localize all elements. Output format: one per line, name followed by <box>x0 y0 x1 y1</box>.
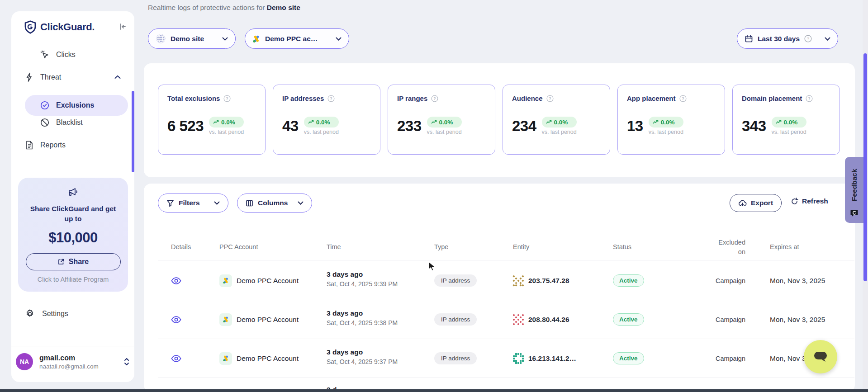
stat-delta: 0.0% <box>661 119 675 126</box>
chevron-up-icon[interactable] <box>114 75 121 79</box>
affiliate-promo-card[interactable]: Share ClickGuard and get up to $10,000 S… <box>18 178 128 292</box>
page-scrollbar-thumb[interactable] <box>863 53 867 281</box>
badge-check-icon <box>40 100 50 110</box>
time-absolute: Sat, Oct 4, 2025 9:39 PM <box>327 280 398 288</box>
view-details-eye-icon[interactable] <box>171 355 181 362</box>
col-details: Details <box>171 243 191 250</box>
stat-delta: 0.0% <box>784 119 798 126</box>
ppc-account-selector[interactable]: Demo PPC ac… <box>245 28 349 49</box>
svg-text:?: ? <box>226 96 228 101</box>
document-icon <box>25 140 34 150</box>
help-icon[interactable]: ? <box>806 95 813 102</box>
sidebar-item-label: Reports <box>40 141 66 149</box>
sidebar-item-settings[interactable]: Settings <box>25 309 68 319</box>
stat-value: 43 <box>282 118 299 135</box>
cursor-click-icon <box>40 50 50 60</box>
share-button[interactable]: Share <box>26 253 121 270</box>
trend-up-icon <box>308 120 314 124</box>
entity-value: 208.80.44.26 <box>528 316 569 324</box>
ppc-account-name: Demo PPC Account <box>237 316 299 324</box>
stat-caption: vs. last period <box>304 129 339 135</box>
help-icon[interactable]: ? <box>431 95 438 102</box>
stat-value: 13 <box>627 118 643 135</box>
ppc-account-selector-label: Demo PPC ac… <box>265 35 318 43</box>
user-name: gmail.com <box>39 354 123 362</box>
chevron-down-icon <box>222 37 228 41</box>
col-type: Type <box>434 243 448 250</box>
globe-icon <box>156 33 166 44</box>
cloud-download-icon <box>738 199 747 207</box>
trend-up-icon <box>776 120 782 124</box>
help-icon[interactable]: ? <box>546 95 554 102</box>
filters-button[interactable]: Filters <box>158 194 228 213</box>
refresh-icon <box>791 198 798 205</box>
view-details-eye-icon[interactable] <box>171 277 181 284</box>
sidebar-item-label: Clicks <box>56 51 76 59</box>
lightning-icon <box>25 72 34 82</box>
user-menu[interactable]: NA gmail.com naatali.ro@gmail.com <box>16 353 130 370</box>
site-selector-label: Demo site <box>171 35 204 43</box>
stat-app-placement: App placement? 13 0.0% vs. last period <box>617 85 725 155</box>
sidebar-item-clicks[interactable]: Clicks <box>40 50 76 60</box>
stat-caption: vs. last period <box>649 129 683 135</box>
sidebar-scrollbar[interactable] <box>132 91 134 172</box>
stat-label: Audience <box>512 94 543 102</box>
stat-label: IP addresses <box>282 94 324 102</box>
time-absolute: Sat, Oct 4, 2025 9:38 PM <box>327 319 398 326</box>
stat-domain-placement: Domain placement? 343 0.0% vs. last peri… <box>732 85 840 155</box>
ban-icon <box>40 118 50 128</box>
stat-delta: 0.0% <box>554 119 568 126</box>
status-badge: Active <box>613 352 644 364</box>
time-relative: 3 days ago <box>327 309 398 317</box>
subtitle-site: Demo site <box>267 4 300 11</box>
view-details-eye-icon[interactable] <box>171 316 181 323</box>
trend-up-icon <box>213 120 219 124</box>
stats-row: Total exclusions? 6 523 0.0% vs. last pe… <box>158 85 840 155</box>
share-button-label: Share <box>69 258 89 266</box>
feedback-tab[interactable]: Feedback <box>845 157 863 223</box>
sidebar-item-exclusions-content[interactable]: Exclusions <box>40 100 94 110</box>
excluded-on-value: Campaign <box>716 355 745 362</box>
svg-text:?: ? <box>434 96 436 101</box>
stat-delta: 0.0% <box>221 119 235 126</box>
col-account: PPC Account <box>219 243 258 250</box>
user-email: naatali.ro@gmail.com <box>39 363 123 370</box>
filters-label: Filters <box>179 199 200 207</box>
funnel-icon <box>166 199 174 207</box>
clickguard-dashboard: ClickGuard. Clicks Threat Exclusions Bla… <box>0 0 868 392</box>
user-texts: gmail.com naatali.ro@gmail.com <box>39 354 123 370</box>
promo-amount: $10,000 <box>18 230 128 246</box>
svg-text:?: ? <box>682 96 684 101</box>
col-entity: Entity <box>513 243 529 250</box>
sidebar-item-threat[interactable]: Threat <box>25 72 61 82</box>
date-range-selector[interactable]: Last 30 days ? <box>737 28 838 49</box>
table-row: Demo PPC Account 3 days agoSat, Oct 4, 2… <box>158 300 854 339</box>
chat-launcher-button[interactable] <box>804 340 837 373</box>
stat-caption: vs. last period <box>542 129 577 135</box>
sidebar-item-reports[interactable]: Reports <box>25 140 66 150</box>
sidebar-collapse-icon[interactable] <box>118 22 127 31</box>
columns-icon <box>246 199 253 207</box>
page-subtitle: Realtime logs of protective actions for … <box>148 4 300 12</box>
stat-label: IP ranges <box>397 94 427 102</box>
stat-audience: Audience? 234 0.0% vs. last period <box>503 85 610 155</box>
export-button[interactable]: Export <box>730 194 782 212</box>
entity-identicon <box>513 353 524 364</box>
sidebar-item-blacklist[interactable]: Blacklist <box>40 118 83 128</box>
help-icon[interactable]: ? <box>679 95 687 102</box>
stat-value: 6 523 <box>167 118 204 135</box>
time-relative: 3 days ago <box>327 348 398 356</box>
time-absolute: Sat, Oct 4, 2025 9:37 PM <box>327 358 398 365</box>
entity-value: 16.213.141.2… <box>528 354 576 363</box>
gear-icon <box>25 309 35 319</box>
columns-button[interactable]: Columns <box>237 194 312 213</box>
help-icon[interactable]: ? <box>327 95 335 102</box>
help-icon[interactable]: ? <box>223 95 231 102</box>
site-selector[interactable]: Demo site <box>148 28 236 49</box>
promo-footnote[interactable]: Click to Affiliate Program <box>18 276 128 283</box>
table-header-row: Details PPC Account Time Type Entity Sta… <box>158 235 854 260</box>
status-badge: Active <box>613 274 644 287</box>
google-ads-icon <box>219 352 232 365</box>
refresh-button[interactable]: Refresh <box>791 197 828 205</box>
date-range-label: Last 30 days <box>758 35 800 43</box>
